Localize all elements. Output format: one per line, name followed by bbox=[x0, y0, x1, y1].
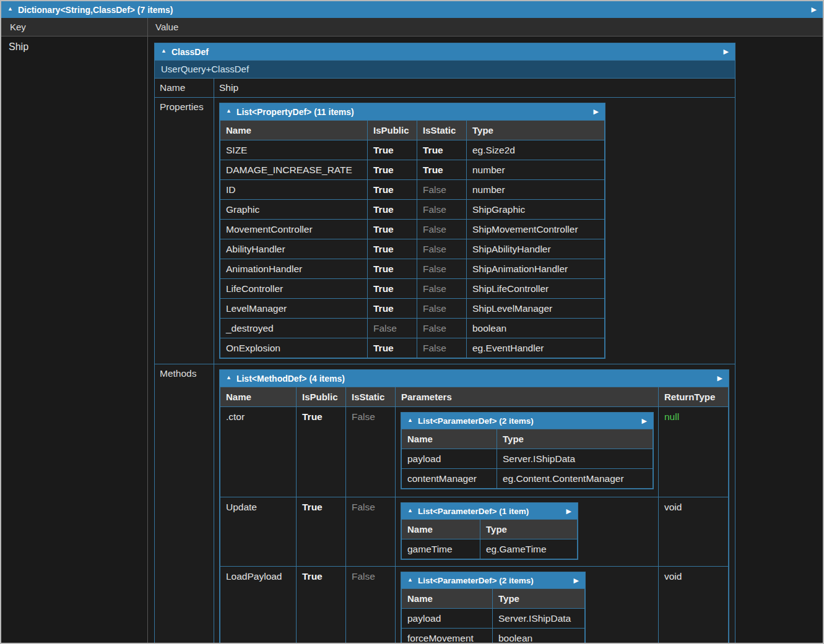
parameterdef-titlebar[interactable]: ▲ List<ParameterDef> (2 items) ▶ bbox=[401, 413, 653, 429]
property-ispublic: True bbox=[368, 239, 417, 259]
expand-right-icon[interactable]: ▶ bbox=[574, 577, 579, 584]
property-type: ShipMovementController bbox=[467, 220, 605, 239]
property-ispublic: True bbox=[368, 259, 417, 279]
expand-right-icon[interactable]: ▶ bbox=[566, 508, 571, 515]
col-header-isstatic: IsStatic bbox=[417, 121, 467, 140]
property-name: DAMAGE_INCREASE_RATE bbox=[220, 160, 368, 180]
property-isstatic: False bbox=[417, 299, 467, 319]
parameter-row: contentManager eg.Content.ContentManager bbox=[402, 469, 653, 489]
method-isstatic: False bbox=[346, 407, 396, 497]
property-row: AnimationHandler True False ShipAnimatio… bbox=[220, 259, 605, 279]
parameterdef-grid: Name Type payload bbox=[401, 429, 653, 489]
collapse-icon[interactable]: ▲ bbox=[226, 375, 232, 380]
parameterdef-header-row: Name Type bbox=[402, 520, 578, 539]
property-name: Graphic bbox=[220, 200, 368, 220]
expand-right-icon[interactable]: ▶ bbox=[718, 375, 722, 382]
parameter-row: gameTime eg.GameTime bbox=[402, 539, 578, 559]
property-row: Graphic True False ShipGraphic bbox=[220, 200, 605, 220]
collapse-icon[interactable]: ▲ bbox=[407, 577, 413, 583]
parameter-type: eg.Content.ContentManager bbox=[497, 469, 653, 489]
parameter-row: forceMovement boolean bbox=[402, 629, 585, 643]
propertydef-title: List<PropertyDef> (11 items) bbox=[236, 106, 354, 118]
method-parameters: ▲ List<ParameterDef> (1 item) ▶ bbox=[396, 497, 659, 567]
property-type: ShipGraphic bbox=[467, 200, 605, 220]
dictionary-titlebar[interactable]: ▲ Dictionary<String,ClassDef> (7 items) … bbox=[1, 1, 823, 18]
propertydef-titlebar[interactable]: ▲ List<PropertyDef> (11 items) ▶ bbox=[220, 103, 605, 120]
parameterdef-header-row: Name Type bbox=[402, 589, 585, 609]
property-type: ShipLevelManager bbox=[467, 299, 605, 319]
property-type: eg.Size2d bbox=[467, 140, 605, 160]
parameterdef-grid: Name Type gameTime bbox=[401, 519, 578, 559]
property-row: _destroyed False False boolean bbox=[220, 319, 605, 338]
collapse-icon[interactable]: ▲ bbox=[407, 508, 413, 513]
name-label: Name bbox=[155, 79, 214, 97]
method-name: Update bbox=[220, 497, 297, 567]
property-row: ID True False number bbox=[220, 180, 605, 200]
property-type: ShipAbilityHandler bbox=[467, 239, 605, 259]
property-row: LevelManager True False ShipLevelManager bbox=[220, 299, 605, 319]
value-cell: ▲ ClassDef ▶ UserQuery+ClassDef Name Shi… bbox=[148, 36, 823, 643]
method-ispublic: True bbox=[297, 407, 346, 497]
expand-right-icon[interactable]: ▶ bbox=[812, 6, 817, 13]
expand-right-icon[interactable]: ▶ bbox=[642, 418, 647, 424]
method-parameters: ▲ List<ParameterDef> (2 items) ▶ bbox=[396, 407, 659, 497]
col-header-type: Type bbox=[467, 121, 605, 140]
col-header-name: Name bbox=[220, 121, 368, 140]
value-column-header: Value bbox=[148, 18, 823, 36]
col-header-type: Type bbox=[480, 520, 578, 539]
property-row: MovementController True False ShipMoveme… bbox=[220, 220, 605, 239]
parameterdef-titlebar[interactable]: ▲ List<ParameterDef> (1 item) ▶ bbox=[401, 503, 578, 519]
parameter-row: payload Server.IShipData bbox=[402, 609, 585, 629]
parameter-type: Server.IShipData bbox=[497, 449, 653, 469]
methoddef-header-row: Name IsPublic IsStatic Parameters Return… bbox=[220, 387, 729, 407]
property-name: AnimationHandler bbox=[220, 259, 368, 279]
property-isstatic: False bbox=[417, 239, 467, 259]
property-type: ShipAnimationHandler bbox=[467, 259, 605, 279]
property-ispublic: True bbox=[368, 160, 417, 180]
property-type: number bbox=[467, 180, 605, 200]
parameterdef-titlebar[interactable]: ▲ List<ParameterDef> (2 items) ▶ bbox=[401, 572, 585, 588]
property-name: ID bbox=[220, 180, 368, 200]
property-ispublic: False bbox=[368, 319, 417, 338]
property-ispublic: True bbox=[368, 299, 417, 319]
methoddef-titlebar[interactable]: ▲ List<MethodDef> (4 items) ▶ bbox=[220, 370, 729, 387]
properties-value: ▲ List<PropertyDef> (11 items) ▶ Name Is… bbox=[214, 98, 735, 364]
parameter-type: Server.IShipData bbox=[493, 609, 585, 629]
col-header-name: Name bbox=[402, 589, 493, 609]
method-name: .ctor bbox=[220, 407, 297, 497]
classdef-titlebar[interactable]: ▲ ClassDef ▶ bbox=[155, 43, 735, 60]
methods-label: Methods bbox=[155, 364, 214, 643]
parameter-name: gameTime bbox=[402, 539, 480, 559]
expand-right-icon[interactable]: ▶ bbox=[594, 108, 599, 115]
key-cell: Ship bbox=[1, 36, 148, 643]
method-isstatic: False bbox=[346, 497, 396, 567]
dictionary-title: Dictionary<String,ClassDef> (7 items) bbox=[18, 5, 173, 15]
col-header-parameters: Parameters bbox=[396, 387, 659, 407]
collapse-icon[interactable]: ▲ bbox=[161, 48, 167, 54]
property-row: AbilityHandler True False ShipAbilityHan… bbox=[220, 239, 605, 259]
collapse-icon[interactable]: ▲ bbox=[7, 6, 13, 12]
collapse-icon[interactable]: ▲ bbox=[226, 108, 232, 114]
property-name: SIZE bbox=[220, 140, 368, 160]
method-ispublic: True bbox=[297, 567, 346, 643]
parameter-name: payload bbox=[402, 609, 493, 629]
expand-right-icon[interactable]: ▶ bbox=[724, 48, 729, 55]
property-isstatic: False bbox=[417, 319, 467, 338]
parameter-name: forceMovement bbox=[402, 629, 493, 643]
method-row: .ctor True False ▲ List<ParameterDef> ( bbox=[220, 407, 729, 497]
propertydef-header-row: Name IsPublic IsStatic Type bbox=[220, 121, 605, 140]
property-ispublic: True bbox=[368, 180, 417, 200]
property-ispublic: True bbox=[368, 220, 417, 239]
collapse-icon[interactable]: ▲ bbox=[407, 418, 413, 423]
classdef-properties-row: Properties ▲ List<PropertyDef> (11 items… bbox=[155, 97, 735, 364]
parameterdef-list-table: ▲ List<ParameterDef> (1 item) ▶ bbox=[401, 502, 578, 560]
method-ispublic: True bbox=[297, 497, 346, 567]
parameterdef-list-table: ▲ List<ParameterDef> (2 items) ▶ bbox=[401, 412, 654, 489]
methods-value: ▲ List<MethodDef> (4 items) ▶ Name IsPub… bbox=[214, 364, 735, 643]
col-header-type: Type bbox=[497, 429, 653, 449]
property-row: SIZE True True eg.Size2d bbox=[220, 140, 605, 160]
parameter-type: boolean bbox=[493, 629, 585, 643]
parameterdef-title: List<ParameterDef> (2 items) bbox=[418, 414, 534, 427]
property-isstatic: False bbox=[417, 220, 467, 239]
property-type: eg.EventHandler bbox=[467, 338, 605, 358]
